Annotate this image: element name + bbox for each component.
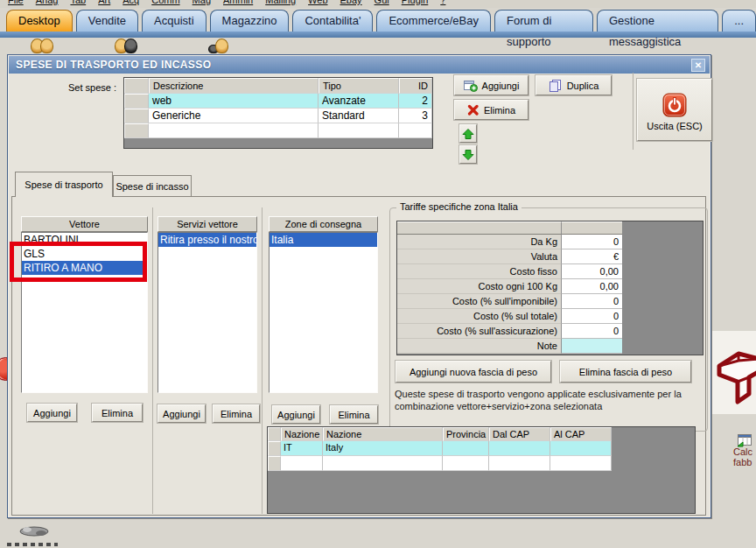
vettore-delete-button[interactable]: Elimina	[92, 404, 143, 422]
arrow-down-icon	[462, 149, 474, 161]
dialog-spese-trasporto: SPESE DI TRASPORTO ED INCASSO ✕ Set spes…	[7, 54, 711, 518]
shortcut-caption-line2: fabb	[733, 457, 752, 467]
column-header-descrizione: Descrizione	[149, 78, 318, 94]
row-selector[interactable]	[268, 441, 281, 456]
tariffe-header-label	[397, 221, 561, 235]
menu-item[interactable]: Ebay	[334, 0, 368, 5]
servizi-list[interactable]: Ritira presso il nostro p	[158, 232, 257, 393]
app-logo-icon	[714, 348, 756, 408]
menu-item[interactable]: Anag	[30, 0, 65, 5]
vettore-add-button[interactable]: Aggiungi	[27, 404, 77, 422]
nazioni-cell	[443, 456, 489, 471]
close-icon[interactable]: ✕	[691, 59, 705, 72]
power-icon	[662, 93, 687, 117]
tariffe-row: Costo (% sull'assicurazione)0	[397, 324, 703, 339]
servizi-add-button[interactable]: Aggiungi	[158, 404, 206, 423]
zone-list[interactable]: Italia	[269, 232, 378, 393]
row-selector[interactable]	[124, 94, 149, 109]
row-selector[interactable]	[124, 109, 149, 123]
user-head-icon	[124, 39, 137, 53]
main-tab-vendite[interactable]: Vendite	[76, 10, 138, 32]
user-head-icon	[215, 39, 228, 53]
menubar: FileAnagTabArtAcqCommMagAmminMailingWebE…	[0, 0, 756, 8]
shortcut-caption-cut	[7, 543, 58, 546]
spreadsheet-shortcut-icon[interactable]	[737, 434, 752, 447]
menu-item[interactable]: Ammin	[217, 0, 259, 5]
nazioni-cell: IT	[281, 441, 323, 456]
toolbar-users-icon[interactable]	[208, 39, 240, 54]
menu-item[interactable]: Mag	[186, 0, 217, 5]
row-selector	[124, 123, 149, 138]
tariffe-value[interactable]: 0	[561, 235, 622, 249]
tariffe-value[interactable]: €	[561, 249, 622, 264]
tariffe-row: Costo fisso0,00	[397, 264, 703, 279]
dialog-title: SPESE DI TRASPORTO ED INCASSO	[16, 59, 211, 71]
menu-item[interactable]: Plugin	[396, 0, 435, 5]
cell-empty	[318, 123, 399, 138]
nazioni-row[interactable]	[268, 456, 695, 471]
duplicate-set-button[interactable]: Duplica	[536, 75, 612, 95]
column-header-id: ID	[399, 78, 432, 94]
tab-spese-di-incasso[interactable]: Spese di incasso	[113, 175, 192, 197]
toolbar-users-icon[interactable]	[31, 39, 60, 54]
desktop-shortcut-icon-bottom[interactable]	[18, 523, 51, 538]
tariffe-table[interactable]: Da Kg0Valuta€Costo fisso0,00Costo ogni 1…	[396, 221, 704, 355]
main-tab-ecommerce-ebay[interactable]: Ecommerce/eBay	[376, 10, 491, 32]
menu-item[interactable]: Web	[302, 0, 333, 5]
tariffe-value[interactable]: 0	[561, 294, 622, 309]
tariffe-value[interactable]	[561, 339, 622, 354]
exit-button[interactable]: Uscita (ESC)	[637, 79, 712, 141]
servizi-list-item[interactable]: Ritira presso il nostro p	[158, 233, 256, 247]
main-tab-magazzino[interactable]: Magazzino	[210, 10, 290, 32]
menu-item[interactable]: Tab	[64, 0, 92, 5]
set-spese-row[interactable]: GenericheStandard3	[124, 109, 432, 123]
menubar-items: FileAnagTabArtAcqCommMagAmminMailingWebE…	[2, 0, 452, 5]
main-tab-contabilita[interactable]: Contabilita'	[292, 10, 373, 32]
delete-weight-range-button[interactable]: Elimina fascia di peso	[560, 361, 691, 383]
column-header-tipo: Tipo	[318, 78, 399, 94]
main-tab-gestione-messaggistica[interactable]: Gestione messaggistica	[597, 10, 718, 32]
menu-item[interactable]: ?	[434, 0, 452, 5]
zone-list-item[interactable]: Italia	[270, 233, 377, 247]
tariffe-label: Note	[397, 339, 561, 354]
tariffe-row: Costo (% sull'imponibile)0	[397, 294, 703, 309]
menu-item[interactable]: Mailing	[259, 0, 302, 5]
cell-empty	[399, 123, 432, 138]
main-tab-forum-di-supporto[interactable]: Forum di supporto	[494, 10, 593, 32]
menu-item[interactable]: Gui	[368, 0, 396, 5]
row-selector[interactable]	[268, 456, 281, 471]
tab-spese-di-trasporto[interactable]: Spese di trasporto	[15, 172, 113, 197]
nazioni-row[interactable]: ITItaly	[268, 441, 695, 456]
add-set-button[interactable]: Aggiungi	[454, 75, 528, 95]
tariffe-value[interactable]: 0	[561, 309, 622, 324]
move-up-button[interactable]	[459, 124, 477, 143]
main-tab-acquisti[interactable]: Acquisti	[142, 10, 206, 32]
set-spese-row[interactable]: webAvanzate2	[124, 94, 432, 109]
toolbar-users-icon[interactable]	[115, 39, 144, 54]
menu-item[interactable]: Comm	[145, 0, 186, 5]
move-down-button[interactable]	[459, 145, 477, 164]
delete-set-button[interactable]: Elimina	[454, 100, 528, 120]
arrow-up-icon	[462, 128, 474, 140]
zone-add-button[interactable]: Aggiungi	[272, 405, 320, 424]
tariffe-value[interactable]: 0,00	[561, 279, 622, 294]
tariffe-groupbox: Tariffe specifiche zona Italia Da Kg0Val…	[389, 207, 708, 432]
add-weight-range-button[interactable]: Aggiungi nuova fascia di peso	[396, 361, 551, 383]
set-spese-table[interactable]: DescrizioneTipoIDwebAvanzate2GenericheSt…	[123, 77, 433, 149]
menu-item[interactable]: File	[2, 0, 30, 5]
tariffe-value[interactable]: 0,00	[561, 264, 622, 279]
dialog-titlebar[interactable]: SPESE DI TRASPORTO ED INCASSO ✕	[9, 56, 710, 74]
menu-item[interactable]: Acq	[116, 0, 145, 5]
menu-item[interactable]: Art	[92, 0, 116, 5]
cell-tipo: Avanzate	[318, 94, 399, 109]
add-set-label: Aggiungi	[482, 81, 520, 91]
delete-set-label: Elimina	[484, 105, 515, 116]
nazioni-table[interactable]: NazioneNazioneProvinciaDal CAPAl CAPITIt…	[267, 426, 696, 514]
main-tab-strip	[0, 32, 756, 38]
main-tab-desktop[interactable]: Desktop	[6, 10, 73, 32]
main-tab-[interactable]: ...	[722, 10, 756, 32]
servizi-delete-button[interactable]: Elimina	[213, 404, 260, 423]
column-header: Dal CAP	[489, 427, 550, 441]
zone-delete-button[interactable]: Elimina	[330, 405, 378, 424]
tariffe-value[interactable]: 0	[561, 324, 622, 339]
